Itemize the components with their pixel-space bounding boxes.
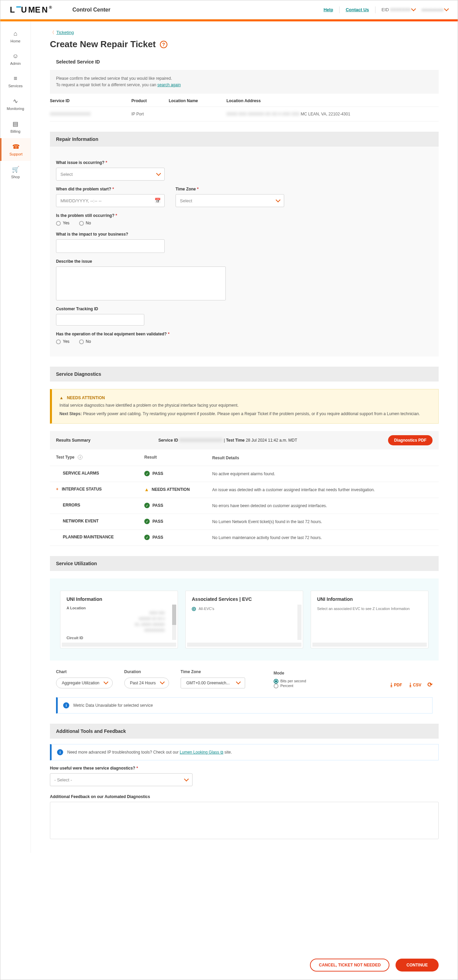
diagnostics-section-title: Service Diagnostics — [50, 367, 439, 382]
diag-table-header: Test Type i Result Result Details — [50, 450, 439, 466]
selected-service-title: Selected Service ID — [50, 59, 439, 68]
app-subtitle: Control Center — [72, 7, 110, 13]
impact-label: What is the impact to your business? — [56, 232, 433, 237]
radio-icon — [192, 607, 196, 611]
chevron-down-icon — [157, 172, 160, 177]
refresh-icon[interactable]: ⟳ — [428, 681, 433, 689]
hscrollbar[interactable] — [187, 643, 302, 647]
when-label: When did the problem start? — [56, 187, 165, 191]
utilization-filters: Chart Aggregate Utilization Duration Pas… — [50, 660, 439, 693]
sidenav-item-admin[interactable]: ☺Admin — [0, 48, 30, 70]
service-table-row: XXXXXXXXXXXXXXX IP Port XXXX XXX XXXXXX … — [50, 107, 439, 121]
sidenav-item-home[interactable]: ⌂Home — [0, 25, 30, 48]
shop-icon: 🛒 — [12, 165, 19, 173]
evc-item[interactable]: All-EVC's — [192, 606, 297, 612]
attention-banner: ▲NEEDS ATTENTION Initial service diagnos… — [50, 389, 439, 424]
search-again-link[interactable]: search again — [157, 83, 181, 87]
uni-info-z-card: UNI Information Select an associated EVC… — [311, 591, 428, 648]
tz-label: Time Zone — [175, 187, 284, 191]
sidenav: ⌂Home☺Admin≡Services∿Monitoring▤Billing☎… — [0, 21, 31, 853]
sidenav-item-services[interactable]: ≡Services — [0, 70, 30, 93]
tracking-input[interactable] — [56, 314, 144, 326]
download-icon: ⭳ — [408, 682, 413, 687]
problem-start-input[interactable]: MM/DD/YYYY, --:-- --📅 — [56, 194, 165, 207]
associated-services-card: Associated Services | EVC All-EVC's — [185, 591, 303, 648]
pass-icon: ✓ — [144, 503, 150, 508]
export-pdf-button[interactable]: ⭳PDF — [389, 682, 402, 687]
feedback-textarea[interactable] — [50, 802, 439, 839]
mode-percent-radio[interactable]: Percent — [274, 684, 306, 689]
looking-glass-banner: i Need more advanced IP troubleshooting … — [50, 744, 439, 760]
sidenav-item-shop[interactable]: 🛒Shop — [0, 161, 30, 184]
sidenav-item-support[interactable]: ☎Support — [0, 138, 30, 161]
validated-no-radio[interactable]: No — [79, 339, 91, 344]
download-icon: ⭳ — [389, 682, 394, 687]
diag-row: SERVICE ALARMS✓PASSNo active equipment a… — [50, 466, 439, 482]
desc-label: Describe the issue — [56, 259, 433, 264]
metric-unavailable-banner: i Metric Data Unavailable for selected s… — [56, 697, 433, 714]
diag-row: PLANNED MAINTENANCE✓PASSNo Lumen mainten… — [50, 530, 439, 546]
topbar: LUMEN® Control Center Help Contact Us EI… — [0, 0, 458, 19]
validated-label: Has the operation of the local equipment… — [56, 332, 433, 336]
services-icon: ≡ — [14, 75, 17, 82]
diagnostics-summary-bar: Results Summary Service ID XXXXXXXXXXXXX… — [50, 431, 439, 449]
sidenav-item-billing[interactable]: ▤Billing — [0, 115, 30, 138]
tools-section-title: Additional Tools and Feedback — [50, 724, 439, 739]
page-title: Create New Repair Ticket? — [50, 39, 439, 49]
validated-yes-radio[interactable]: Yes — [56, 339, 70, 344]
pass-icon: ✓ — [144, 471, 150, 476]
help-link[interactable]: Help — [324, 7, 333, 12]
duration-select[interactable]: Past 24 Hours — [124, 678, 169, 689]
contact-link[interactable]: Contact Us — [346, 7, 369, 12]
hscrollbar[interactable] — [312, 643, 427, 647]
chart-select[interactable]: Aggregate Utilization — [56, 678, 113, 689]
eid-display[interactable]: EID XXXXXXX — [382, 7, 415, 12]
billing-icon: ▤ — [13, 120, 18, 127]
home-icon: ⌂ — [14, 30, 17, 37]
sidenav-item-monitoring[interactable]: ∿Monitoring — [0, 93, 30, 115]
logo: LUMEN® — [10, 5, 53, 14]
cancel-button[interactable]: CANCEL, TICKET NOT NEEDED — [310, 959, 390, 972]
diag-row: +INTERFACE STATUS▲NEEDS ATTENTIONAn issu… — [50, 482, 439, 498]
diag-row: NETWORK EVENT✓PASSNo Lumen Network Event… — [50, 514, 439, 530]
util-tz-select[interactable]: GMT+0.00 Greenwich... — [181, 678, 245, 689]
utilization-panel: UNI Information A Location xxxx xxxxxxxx… — [50, 578, 439, 660]
support-icon: ☎ — [12, 143, 20, 150]
still-label: Is the problem still occurring? — [56, 213, 433, 218]
looking-glass-link[interactable]: Lumen Looking Glass ⧉ — [180, 750, 223, 755]
issue-select[interactable]: Select — [56, 168, 165, 181]
chevron-down-icon — [277, 198, 280, 203]
export-csv-button[interactable]: ⭳CSV — [408, 682, 421, 687]
continue-button[interactable]: CONTINUE — [396, 959, 439, 972]
useful-select[interactable]: - Select - — [50, 773, 192, 786]
monitoring-icon: ∿ — [13, 97, 18, 105]
scrollbar[interactable] — [172, 605, 176, 640]
service-note: Please confirm the selected service that… — [50, 70, 439, 94]
diag-row: ERRORS✓PASSNo errors have been detected … — [50, 498, 439, 514]
help-icon[interactable]: ? — [160, 41, 167, 48]
issue-label: What issue is occurring? — [56, 160, 433, 165]
repair-section-title: Repair Information — [50, 132, 439, 146]
pass-icon: ✓ — [144, 519, 150, 524]
feedback-label: Additional Feedback on our Automated Dia… — [50, 794, 439, 799]
external-link-icon: ⧉ — [220, 750, 223, 755]
impact-input[interactable] — [56, 239, 165, 253]
mode-bits-radio[interactable]: Bits per second — [274, 679, 306, 684]
hscrollbar[interactable] — [62, 643, 176, 647]
user-menu[interactable]: xxxxxxxxxx — [421, 7, 448, 12]
scrollbar[interactable] — [297, 605, 302, 640]
still-no-radio[interactable]: No — [79, 221, 91, 226]
breadcrumb[interactable]: 〈Ticketing — [50, 30, 439, 36]
service-table-header: Service ID Product Location Name Locatio… — [50, 94, 439, 107]
info-icon[interactable]: i — [78, 455, 83, 460]
chevron-down-icon — [185, 777, 188, 783]
warning-icon: ▲ — [144, 487, 149, 492]
still-yes-radio[interactable]: Yes — [56, 221, 70, 226]
timezone-select[interactable]: Select — [175, 194, 284, 207]
diagnostics-pdf-button[interactable]: Diagnostics PDF — [388, 435, 433, 445]
warning-icon: ▲ — [59, 396, 64, 400]
uni-info-card: UNI Information A Location xxxx xxxxxxxx… — [60, 591, 178, 648]
expand-icon[interactable]: + — [56, 487, 59, 492]
desc-textarea[interactable] — [56, 266, 226, 301]
tracking-label: Customer Tracking ID — [56, 307, 433, 311]
